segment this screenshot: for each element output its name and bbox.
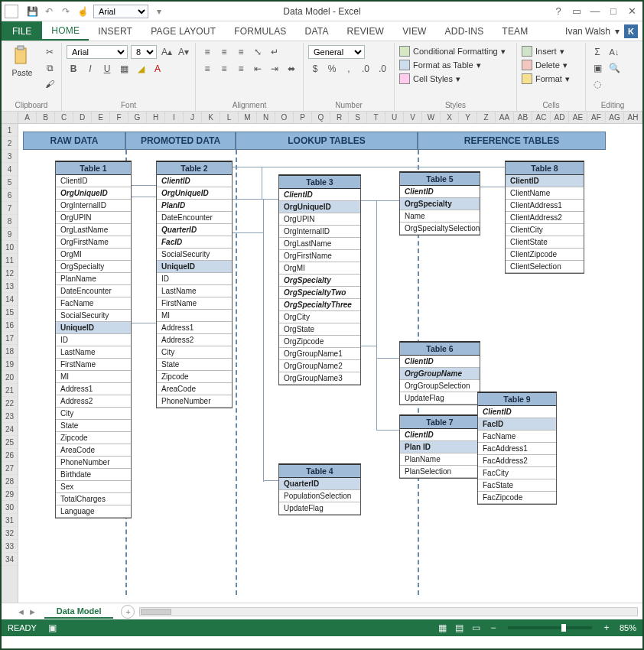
paste-button[interactable]: Paste [6, 45, 38, 77]
percent-icon[interactable]: % [325, 62, 339, 76]
row-header[interactable]: 6 [2, 189, 18, 202]
row-header[interactable]: 29 [2, 488, 18, 501]
column-header[interactable]: AE [569, 112, 587, 123]
underline-icon[interactable]: U [100, 62, 114, 76]
delete-cells-button[interactable]: Delete ▾ [522, 59, 568, 71]
conditional-formatting-button[interactable]: Conditional Formatting ▾ [399, 45, 506, 57]
fill-icon[interactable]: ▣ [590, 61, 604, 75]
copy-icon[interactable]: ⧉ [43, 61, 57, 75]
maximize-icon[interactable]: □ [606, 5, 621, 17]
entity-t5[interactable]: Table 5ClientIDOrgSpecialtyNameOrgSpecia… [399, 171, 480, 236]
font-name-select[interactable]: Arial [67, 45, 128, 59]
row-header[interactable]: 15 [2, 306, 18, 319]
bold-icon[interactable]: B [67, 62, 80, 76]
horizontal-scrollbar[interactable] [139, 607, 638, 616]
row-header[interactable]: 26 [2, 449, 18, 462]
wrap-text-icon[interactable]: ↵ [268, 45, 281, 59]
border-icon[interactable]: ▦ [117, 62, 131, 76]
row-headers[interactable]: 1234567891011121314151617181920212223242… [2, 124, 18, 603]
autosum-icon[interactable]: Σ [590, 45, 604, 59]
qat-more-icon[interactable]: ▾ [153, 5, 165, 18]
column-header[interactable]: O [275, 112, 294, 123]
row-header[interactable]: 25 [2, 436, 18, 449]
column-header[interactable]: AH [624, 112, 642, 123]
row-header[interactable]: 34 [2, 553, 18, 566]
tab-home[interactable]: HOME [42, 21, 89, 41]
column-header[interactable]: V [404, 112, 422, 123]
align-bottom-icon[interactable]: ≡ [234, 45, 248, 59]
column-header[interactable]: L [220, 112, 239, 123]
comma-icon[interactable]: , [342, 62, 356, 76]
column-header[interactable]: AC [532, 112, 551, 123]
entity-t7[interactable]: Table 7ClientIDPlan IDPlanNamePlanSelect… [399, 414, 480, 479]
cut-icon[interactable]: ✂ [43, 45, 57, 59]
column-header[interactable]: C [55, 112, 73, 123]
column-header[interactable]: D [73, 112, 92, 123]
row-header[interactable]: 32 [2, 527, 18, 540]
row-header[interactable]: 23 [2, 410, 18, 423]
entity-t6[interactable]: Table 6ClientIDOrgGroupNameOrgGroupSelec… [399, 341, 480, 405]
zoom-level[interactable]: 85% [620, 623, 636, 632]
row-header[interactable]: 19 [2, 358, 18, 371]
align-center-icon[interactable]: ≡ [217, 62, 231, 76]
sheet-next-icon[interactable]: ► [28, 607, 37, 616]
font-size-select[interactable]: 8 [131, 45, 157, 59]
currency-icon[interactable]: $ [308, 62, 322, 76]
column-header[interactable]: E [92, 112, 110, 123]
increase-decimal-icon[interactable]: .0 [359, 62, 372, 76]
select-all-corner[interactable] [2, 112, 18, 123]
sheet-canvas[interactable]: RAW DATAPROMOTED DATALOOKUP TABLESREFERE… [18, 124, 642, 603]
row-header[interactable]: 11 [2, 254, 18, 267]
column-header[interactable]: F [110, 112, 128, 123]
find-icon[interactable]: 🔍 [607, 61, 621, 75]
column-header[interactable]: R [330, 112, 349, 123]
merge-icon[interactable]: ⬌ [285, 62, 298, 76]
number-format-select[interactable]: General [308, 45, 365, 59]
row-header[interactable]: 9 [2, 228, 18, 241]
tab-pagelayout[interactable]: PAGE LAYOUT [141, 21, 225, 41]
row-header[interactable]: 3 [2, 150, 18, 163]
column-header[interactable]: H [147, 112, 165, 123]
row-header[interactable]: 28 [2, 475, 18, 488]
save-icon[interactable]: 💾 [26, 5, 38, 18]
column-header[interactable]: Y [459, 112, 477, 123]
column-header[interactable]: W [422, 112, 441, 123]
row-header[interactable]: 10 [2, 241, 18, 254]
column-header[interactable]: M [239, 112, 257, 123]
tab-team[interactable]: TEAM [493, 21, 537, 41]
column-header[interactable]: P [294, 112, 312, 123]
redo-icon[interactable]: ↷ [60, 5, 72, 18]
sheet-tab-active[interactable]: Data Model [44, 605, 114, 619]
row-header[interactable]: 21 [2, 384, 18, 397]
align-top-icon[interactable]: ≡ [200, 45, 214, 59]
tab-addins[interactable]: ADD-INS [436, 21, 493, 41]
entity-t8[interactable]: Table 8ClientIDClientNameClientAddress1C… [505, 161, 584, 274]
row-header[interactable]: 31 [2, 514, 18, 527]
tab-view[interactable]: VIEW [393, 21, 435, 41]
column-header[interactable]: S [349, 112, 367, 123]
entity-t3[interactable]: Table 3ClientIDOrgUniqueIDOrgUPINOrgInte… [278, 174, 361, 385]
sheet-prev-icon[interactable]: ◄ [17, 607, 25, 616]
insert-cells-button[interactable]: Insert ▾ [522, 45, 564, 57]
row-header[interactable]: 22 [2, 397, 18, 410]
format-painter-icon[interactable]: 🖌 [43, 77, 57, 91]
column-header[interactable]: B [37, 112, 55, 123]
zoom-slider[interactable] [508, 626, 592, 629]
row-header[interactable]: 27 [2, 462, 18, 475]
column-header[interactable]: J [184, 112, 202, 123]
entity-t2[interactable]: Table 2ClientIDOrgUniqueIDPlanIDDateEnco… [156, 161, 233, 408]
touch-icon[interactable]: ☝ [76, 5, 89, 18]
align-left-icon[interactable]: ≡ [200, 62, 214, 76]
view-normal-icon[interactable]: ▦ [434, 622, 451, 633]
column-header[interactable]: AD [551, 112, 569, 123]
align-right-icon[interactable]: ≡ [234, 62, 248, 76]
minimize-icon[interactable]: — [587, 5, 603, 17]
format-cells-button[interactable]: Format ▾ [522, 73, 570, 85]
entity-t9[interactable]: Table 9ClientIDFacIDFacNameFacAddress1Fa… [477, 392, 557, 505]
column-header[interactable]: K [202, 112, 220, 123]
row-header[interactable]: 16 [2, 319, 18, 332]
tab-formulas[interactable]: FORMULAS [225, 21, 295, 41]
macro-record-icon[interactable]: ▣ [44, 622, 61, 633]
tab-review[interactable]: REVIEW [338, 21, 394, 41]
excel-icon[interactable] [5, 5, 18, 18]
